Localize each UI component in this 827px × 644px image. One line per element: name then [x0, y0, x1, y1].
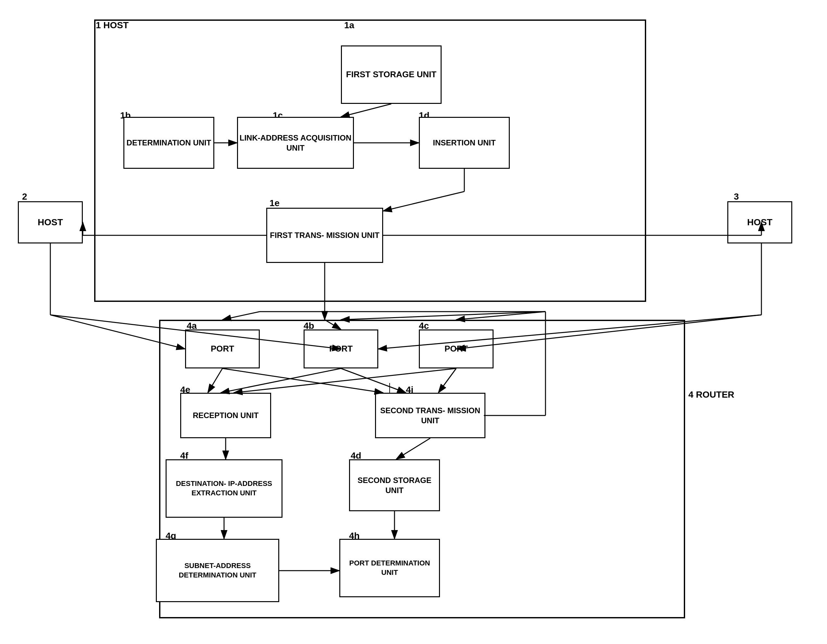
- port-determination-box: PORT DETERMINATION UNIT: [339, 539, 440, 597]
- host2-box: HOST: [18, 201, 83, 243]
- link-address-box: LINK-ADDRESS ACQUISITION UNIT: [237, 117, 354, 169]
- second-transmission-box: SECOND TRANS- MISSION UNIT: [375, 393, 485, 438]
- second-storage-box: SECOND STORAGE UNIT: [349, 459, 440, 511]
- port4c-box: PORT: [419, 329, 493, 368]
- svg-line-35: [341, 312, 546, 320]
- label-3: 3: [734, 192, 739, 202]
- port4a-box: PORT: [185, 329, 260, 368]
- host1-label: 1 HOST: [96, 20, 129, 31]
- port4b-box: PORT: [304, 329, 378, 368]
- svg-line-34: [222, 312, 260, 320]
- label-2: 2: [22, 192, 27, 202]
- determination-box: DETERMINATION UNIT: [123, 117, 214, 169]
- first-storage-box: FIRST STORAGE UNIT: [341, 45, 442, 104]
- insertion-box: INSERTION UNIT: [419, 117, 510, 169]
- svg-line-36: [456, 312, 546, 320]
- diagram: 1 HOST 1a FIRST STORAGE UNIT 1b DETERMIN…: [0, 0, 827, 644]
- first-transmission-box: FIRST TRANS- MISSION UNIT: [266, 208, 383, 263]
- host1a-label: 1a: [344, 20, 354, 31]
- reception-box: RECEPTION UNIT: [180, 393, 271, 438]
- subnet-addr-box: SUBNET-ADDRESS DETERMINATION UNIT: [156, 539, 279, 602]
- label-1e: 1e: [270, 198, 279, 208]
- label-4: 4 ROUTER: [688, 390, 735, 400]
- host3-box: HOST: [727, 201, 792, 243]
- dest-ip-box: DESTINATION- IP-ADDRESS EXTRACTION UNIT: [165, 459, 282, 518]
